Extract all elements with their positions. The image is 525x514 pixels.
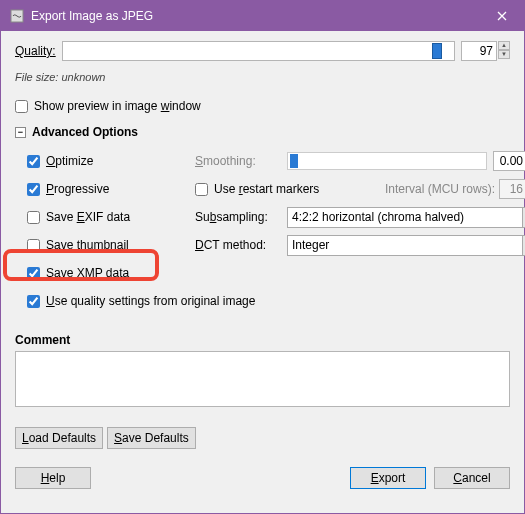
spin-up-icon[interactable]: ▲ (498, 41, 510, 50)
export-button[interactable]: Export (350, 467, 426, 489)
advanced-options-header[interactable]: − Advanced Options (15, 125, 510, 139)
advanced-options-body: Optimize Progressive Save EXIF data (27, 147, 510, 315)
quality-label: Quality: (15, 44, 56, 58)
save-exif-option[interactable]: Save EXIF data (27, 210, 130, 224)
help-button[interactable]: Help (15, 467, 91, 489)
use-original-quality-checkbox[interactable] (27, 295, 40, 308)
quality-value-input[interactable] (461, 41, 497, 61)
interval-spinner: ▲▼ (499, 179, 525, 199)
save-thumbnail-checkbox[interactable] (27, 239, 40, 252)
save-defaults-button[interactable]: Save Defaults (107, 427, 196, 449)
smoothing-value-input[interactable] (493, 151, 525, 171)
interval-label: Interval (MCU rows): (385, 182, 495, 196)
quality-row: Quality: ▲ ▼ (15, 41, 510, 61)
save-xmp-option[interactable]: Save XMP data (27, 266, 129, 280)
progressive-option[interactable]: Progressive (27, 182, 109, 196)
bottom-buttons: Help Export Cancel (15, 467, 510, 489)
expander-icon[interactable]: − (15, 127, 26, 138)
options-left-column: Optimize Progressive Save EXIF data (27, 147, 195, 315)
interval-value-input (499, 179, 525, 199)
show-preview-checkbox[interactable] (15, 100, 28, 113)
advanced-options-label: Advanced Options (32, 125, 138, 139)
quality-slider[interactable] (62, 41, 455, 61)
optimize-checkbox[interactable] (27, 155, 40, 168)
dct-label: DCT method: (195, 238, 281, 252)
dialog-body: Quality: ▲ ▼ File size: unknown Show pre… (1, 31, 524, 513)
smoothing-thumb[interactable] (290, 154, 298, 168)
optimize-option[interactable]: Optimize (27, 154, 93, 168)
smoothing-slider[interactable] (287, 152, 487, 170)
defaults-buttons: Load Defaults Save Defaults (15, 427, 510, 449)
cancel-button[interactable]: Cancel (434, 467, 510, 489)
smoothing-label: Smoothing: (195, 154, 281, 168)
comment-label: Comment (15, 333, 510, 347)
show-preview-row: Show preview in image window (15, 99, 510, 113)
app-icon (9, 8, 25, 24)
spin-down-icon[interactable]: ▼ (498, 50, 510, 59)
subsampling-label: Subsampling: (195, 210, 281, 224)
filesize-label: File size: unknown (15, 71, 510, 83)
quality-spinner[interactable]: ▲ ▼ (461, 41, 510, 61)
options-right-column: Smoothing: ▲▼ Use restart markers Interv… (195, 147, 525, 315)
save-xmp-checkbox[interactable] (27, 267, 40, 280)
close-button[interactable] (479, 1, 524, 31)
dct-combo[interactable]: Integer ▼ (287, 235, 525, 256)
restart-markers-option[interactable]: Use restart markers (195, 182, 345, 196)
slider-thumb[interactable] (432, 43, 442, 59)
dialog-title: Export Image as JPEG (31, 9, 479, 23)
save-thumbnail-option[interactable]: Save thumbnail (27, 238, 129, 252)
smoothing-spinner[interactable]: ▲▼ (493, 151, 525, 171)
export-jpeg-dialog: Export Image as JPEG Quality: ▲ ▼ File s… (0, 0, 525, 514)
subsampling-combo[interactable]: 4:2:2 horizontal (chroma halved) ▼ (287, 207, 525, 228)
load-defaults-button[interactable]: Load Defaults (15, 427, 103, 449)
show-preview-label[interactable]: Show preview in image window (34, 99, 201, 113)
comment-textarea[interactable] (15, 351, 510, 407)
titlebar[interactable]: Export Image as JPEG (1, 1, 524, 31)
restart-markers-checkbox[interactable] (195, 183, 208, 196)
progressive-checkbox[interactable] (27, 183, 40, 196)
save-exif-checkbox[interactable] (27, 211, 40, 224)
